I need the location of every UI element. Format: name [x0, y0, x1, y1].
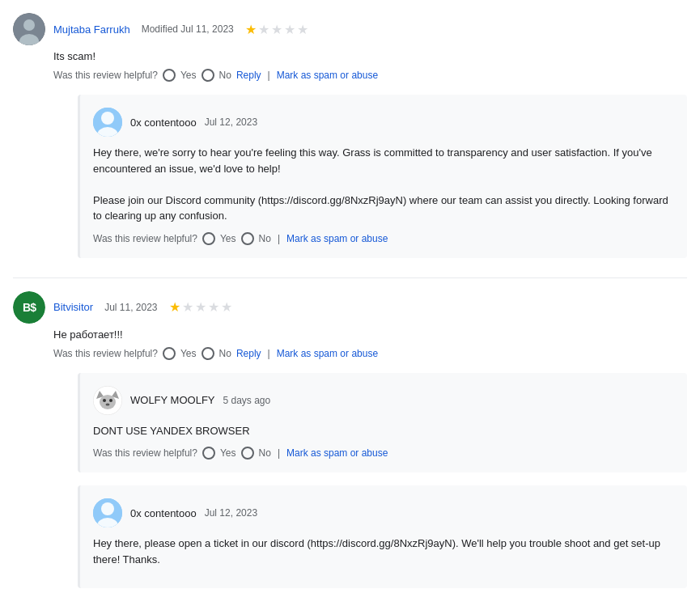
review-date-mujtaba: Modified Jul 11, 2023	[142, 23, 234, 35]
reply-yes-radio-1[interactable]	[202, 232, 215, 245]
star-2: ★	[258, 22, 269, 37]
reply-link-mujtaba[interactable]: Reply	[236, 70, 261, 81]
stars-mujtaba: ★ ★ ★ ★ ★	[245, 22, 308, 37]
star-1: ★	[245, 22, 257, 37]
reply-separator-1: |	[278, 233, 280, 244]
reply-oxcontent1: 0x contentooo Jul 12, 2023 Hey there, we…	[78, 95, 687, 258]
yes-label-mujtaba: Yes	[180, 70, 197, 81]
reply-helpful-wolfymoolfy: Was this review helpful? Yes No | Mark a…	[93, 447, 674, 460]
reply-yes-label-wolfy: Yes	[220, 447, 236, 459]
avatar-mujtaba	[13, 13, 45, 45]
bitvisitor-icon-text: B$	[23, 301, 36, 314]
bv-star-2: ★	[182, 299, 193, 315]
star-5: ★	[297, 22, 308, 37]
reviewer-name-bitvisitor[interactable]: Bitvisitor	[53, 301, 93, 313]
no-radio-mujtaba[interactable]	[202, 69, 214, 82]
helpful-label-bitvisitor: Was this review helpful?	[53, 348, 158, 359]
reply-no-label-1: No	[259, 233, 271, 244]
reply-name-oxcontent2: 0x contentooo	[130, 507, 197, 519]
reply-text-oxcontent1: Hey there, we're sorry to hear you're fe…	[93, 145, 674, 224]
reply-header-oxcontent2: 0x contentooo Jul 12, 2023	[93, 498, 674, 527]
reply-no-radio-1[interactable]	[241, 232, 254, 245]
avatar-wolfymoolfy	[93, 386, 122, 415]
reply-date-oxcontent1: Jul 12, 2023	[205, 116, 257, 128]
avatar-bitvisitor: B$	[13, 291, 45, 324]
spam-link-bitvisitor[interactable]: Mark as spam or abuse	[277, 348, 378, 359]
spam-link-mujtaba[interactable]: Mark as spam or abuse	[277, 70, 378, 81]
reply-oxcontent2: 0x contentooo Jul 12, 2023 Hey there, pl…	[78, 485, 687, 588]
reply-header-oxcontent1: 0x contentooo Jul 12, 2023	[93, 108, 674, 137]
star-3: ★	[271, 22, 282, 37]
review-text-bitvisitor: Не работает!!!	[53, 328, 687, 341]
bv-star-5: ★	[221, 299, 232, 315]
svg-point-14	[101, 502, 114, 515]
reply-no-radio-wolfy[interactable]	[241, 447, 254, 460]
bv-star-3: ★	[195, 299, 206, 315]
stars-bitvisitor: ★ ★ ★ ★ ★	[169, 299, 232, 315]
reply-spam-link-1[interactable]: Mark as spam or abuse	[286, 233, 388, 244]
reply-yes-radio-wolfy[interactable]	[202, 447, 215, 460]
svg-point-10	[103, 399, 106, 402]
svg-point-11	[109, 399, 112, 402]
helpful-row-mujtaba: Was this review helpful? Yes No Reply | …	[53, 69, 687, 82]
reply-text-wolfymoolfy: DONT USE YANDEX BROWSER	[93, 423, 674, 439]
svg-point-9	[100, 395, 116, 409]
reply-name-oxcontent1: 0x contentooo	[130, 116, 197, 129]
svg-point-1	[23, 19, 35, 31]
no-label-bitvisitor: No	[219, 348, 231, 359]
reply-helpful-label-wolfy: Was this review helpful?	[93, 447, 197, 459]
reply-helpful-label-1: Was this review helpful?	[93, 233, 197, 244]
helpful-row-bitvisitor: Was this review helpful? Yes No Reply | …	[53, 347, 687, 360]
star-4: ★	[284, 22, 295, 37]
reply-separator-wolfy: |	[278, 447, 280, 459]
separator-mujtaba: |	[268, 70, 270, 81]
review-bitvisitor: B$ Bitvisitor Jul 11, 2023 ★ ★ ★ ★ ★ Не …	[13, 291, 687, 589]
no-radio-bitvisitor[interactable]	[202, 347, 214, 360]
bv-star-1: ★	[169, 299, 180, 315]
review-date-bitvisitor: Jul 11, 2023	[104, 302, 157, 313]
avatar-oxcontent2	[93, 498, 122, 527]
yes-radio-bitvisitor[interactable]	[163, 347, 176, 360]
reply-text-oxcontent2: Hey there, please open a ticket in our d…	[93, 536, 674, 567]
avatar-oxcontent1	[93, 108, 122, 137]
reply-no-label-wolfy: No	[259, 447, 271, 459]
svg-point-4	[101, 112, 114, 125]
reply-header-wolfymoolfy: WOLFY MOOLFY 5 days ago	[93, 386, 674, 415]
separator-bitvisitor: |	[268, 348, 270, 359]
bv-star-4: ★	[208, 299, 219, 315]
reply-link-bitvisitor[interactable]: Reply	[236, 348, 261, 359]
svg-point-12	[106, 403, 110, 405]
yes-radio-mujtaba[interactable]	[163, 69, 176, 82]
review-header-mujtaba: Mujtaba Farrukh Modified Jul 11, 2023 ★ …	[13, 13, 687, 45]
reviewer-name-mujtaba[interactable]: Mujtaba Farrukh	[53, 23, 130, 36]
reply-helpful-oxcontent1: Was this review helpful? Yes No | Mark a…	[93, 232, 674, 245]
reply-name-wolfymoolfy: WOLFY MOOLFY	[130, 394, 215, 406]
reply-date-oxcontent2: Jul 12, 2023	[205, 507, 257, 519]
helpful-label-mujtaba: Was this review helpful?	[53, 70, 158, 81]
review-header-bitvisitor: B$ Bitvisitor Jul 11, 2023 ★ ★ ★ ★ ★	[13, 291, 687, 324]
no-label-mujtaba: No	[219, 70, 231, 81]
review-mujtaba: Mujtaba Farrukh Modified Jul 11, 2023 ★ …	[13, 13, 687, 258]
reply-date-wolfymoolfy: 5 days ago	[223, 395, 271, 406]
reply-wolfymoolfy: WOLFY MOOLFY 5 days ago DONT USE YANDEX …	[78, 373, 687, 473]
review-text-mujtaba: Its scam!	[53, 50, 687, 62]
reply-spam-link-wolfy[interactable]: Mark as spam or abuse	[286, 447, 388, 459]
reply-yes-label-1: Yes	[220, 233, 236, 244]
divider-1	[13, 277, 687, 278]
yes-label-bitvisitor: Yes	[180, 348, 197, 359]
